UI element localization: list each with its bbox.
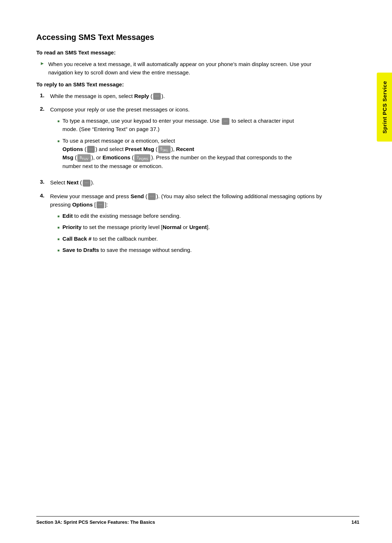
square-bullet-icon: ■ bbox=[57, 118, 60, 124]
step-2-text: Compose your reply or use the preset mes… bbox=[50, 106, 189, 113]
reply-button-icon: ⋯ bbox=[153, 93, 161, 100]
page-title: Accessing SMS Text Messages bbox=[36, 33, 359, 42]
step-3-content: Select Next (⋯). bbox=[50, 178, 359, 187]
step-4: 4. Review your message and press Send (⋯… bbox=[40, 192, 359, 257]
square-bullet-icon-2: ■ bbox=[57, 138, 60, 144]
step-2-sub-2: ■ To use a preset message or a emoticon,… bbox=[57, 136, 330, 171]
step-1-number: 1. bbox=[40, 92, 50, 98]
step-4-text: Review your message and press Send (⋯). … bbox=[50, 193, 322, 208]
page-footer: Section 3A: Sprint PCS Service Features:… bbox=[36, 516, 359, 525]
step-2-number: 2. bbox=[40, 106, 50, 112]
step-2-sub-1-text: To type a message, use your keypad to en… bbox=[62, 117, 330, 134]
next-button-icon: ⋯ bbox=[83, 180, 90, 187]
step-1-content: While the message is open, select Reply … bbox=[50, 92, 359, 100]
step-4-sub-1: ■ Edit to edit the existing message befo… bbox=[57, 212, 330, 220]
options-button-icon: ⋯ bbox=[97, 201, 104, 208]
step-4-sub-3: ■ Call Back # to set the callback number… bbox=[57, 234, 330, 243]
step-2-sub-2-text: To use a preset message or a emoticon, s… bbox=[62, 136, 330, 171]
step-4-number: 4. bbox=[40, 192, 50, 199]
read-section-heading: To read an SMS Text message: bbox=[36, 49, 359, 56]
emoticons-key: 7PQRS bbox=[134, 154, 150, 162]
step-1: 1. While the message is open, select Rep… bbox=[40, 92, 359, 100]
recent-msg-key: 8TUV bbox=[77, 154, 90, 162]
reply-section-heading: To reply to an SMS Text message: bbox=[36, 81, 359, 87]
input-mode-icon: ⋯ bbox=[222, 118, 229, 125]
read-bullet: ► When you receive a text message, it wi… bbox=[40, 60, 359, 77]
page-container: Sprint PCS Service Accessing SMS Text Me… bbox=[0, 0, 392, 543]
step-2-content: Compose your reply or use the preset mes… bbox=[50, 105, 359, 173]
preset-msg-key: 5JKL bbox=[158, 146, 171, 153]
step-3-number: 3. bbox=[40, 179, 50, 185]
step-4-sub-4: ■ Save to Drafts to save the message wit… bbox=[57, 246, 330, 254]
step-4-sub-1-text: Edit to edit the existing message before… bbox=[62, 212, 330, 220]
send-button-icon: ⋯ bbox=[148, 193, 156, 200]
step-2-sub-1: ■ To type a message, use your keypad to … bbox=[57, 117, 330, 134]
step-3: 3. Select Next (⋯). bbox=[40, 178, 359, 187]
triangle-icon: ► bbox=[40, 61, 45, 66]
options-icon: ⋯ bbox=[87, 146, 95, 153]
step-4-content: Review your message and press Send (⋯). … bbox=[50, 192, 359, 257]
step-4-sub-3-text: Call Back # to set the callback number. bbox=[62, 234, 330, 243]
square-bullet-icon-3: ■ bbox=[57, 213, 60, 219]
step-4-sub-2: ■ Priority to set the message priority l… bbox=[57, 223, 330, 231]
square-bullet-icon-4: ■ bbox=[57, 225, 60, 230]
footer-page-number: 141 bbox=[351, 519, 359, 525]
step-2: 2. Compose your reply or use the preset … bbox=[40, 105, 359, 173]
square-bullet-icon-5: ■ bbox=[57, 236, 60, 242]
side-tab: Sprint PCS Service bbox=[377, 73, 392, 142]
step-4-sub-2-text: Priority to set the message priority lev… bbox=[62, 223, 330, 231]
square-bullet-icon-6: ■ bbox=[57, 248, 60, 253]
side-tab-label: Sprint PCS Service bbox=[381, 81, 388, 134]
step-4-sub-4-text: Save to Drafts to save the message witho… bbox=[62, 246, 330, 254]
footer-section-text: Section 3A: Sprint PCS Service Features:… bbox=[36, 519, 155, 525]
read-bullet-text: When you receive a text message, it will… bbox=[48, 60, 359, 77]
